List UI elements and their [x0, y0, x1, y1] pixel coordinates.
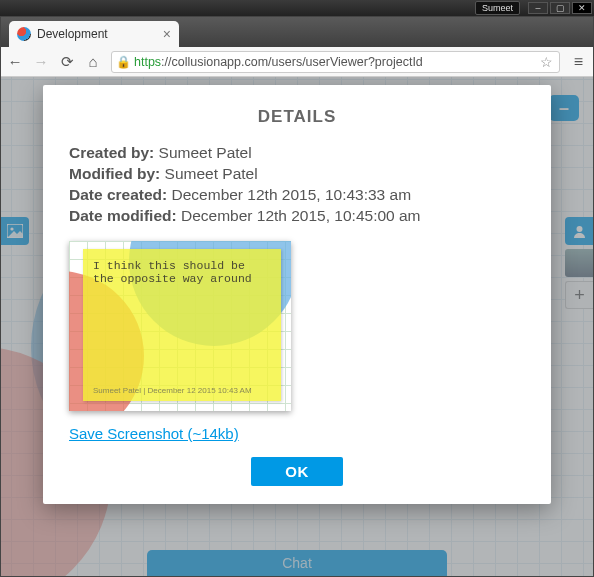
modified-by-line: Modified by: Sumeet Patel — [69, 164, 525, 185]
sticky-note-signature: Sumeet Patel | December 12 2015 10:43 AM — [93, 386, 252, 395]
browser-window: Development × ← → ⟳ ⌂ 🔒 https://collusio… — [0, 16, 594, 577]
save-screenshot-link[interactable]: Save Screenshot (~14kb) — [69, 425, 239, 442]
tab-close-icon[interactable]: × — [163, 26, 171, 42]
url-scheme: https — [134, 55, 161, 69]
os-titlebar: Sumeet – ▢ ✕ — [0, 0, 594, 16]
date-created-value: December 12th 2015, 10:43:33 am — [172, 186, 412, 203]
sticky-note: I think this should be the opposite way … — [83, 249, 281, 401]
date-modified-value: December 12th 2015, 10:45:00 am — [181, 207, 421, 224]
screenshot-canvas: I think this should be the opposite way … — [69, 241, 291, 411]
tab-strip: Development × — [1, 17, 593, 47]
favicon-icon — [17, 27, 31, 41]
browser-menu-icon[interactable]: ≡ — [570, 53, 587, 71]
details-modal: DETAILS Created by: Sumeet Patel Modifie… — [43, 85, 551, 504]
date-created-line: Date created: December 12th 2015, 10:43:… — [69, 185, 525, 206]
modal-title: DETAILS — [69, 107, 525, 127]
date-modified-line: Date modified: December 12th 2015, 10:45… — [69, 206, 525, 227]
created-by-label: Created by: — [69, 144, 154, 161]
date-modified-label: Date modified: — [69, 207, 177, 224]
window-minimize-button[interactable]: – — [528, 2, 548, 14]
bookmark-star-icon[interactable]: ☆ — [534, 54, 559, 70]
address-bar[interactable]: 🔒 https://collusionapp.com/users/userVie… — [111, 51, 560, 73]
reload-icon[interactable]: ⟳ — [59, 53, 75, 71]
date-created-label: Date created: — [69, 186, 167, 203]
back-icon[interactable]: ← — [7, 53, 23, 70]
os-user-badge: Sumeet — [475, 1, 520, 15]
browser-toolbar: ← → ⟳ ⌂ 🔒 https://collusionapp.com/users… — [1, 47, 593, 77]
forward-icon: → — [33, 53, 49, 70]
window-close-button[interactable]: ✕ — [572, 2, 592, 14]
screenshot-thumbnail: I think this should be the opposite way … — [69, 241, 291, 411]
created-by-value: Sumeet Patel — [159, 144, 252, 161]
created-by-line: Created by: Sumeet Patel — [69, 143, 525, 164]
tab-title: Development — [37, 27, 108, 41]
lock-icon: 🔒 — [112, 55, 134, 69]
sticky-note-text: I think this should be the opposite way … — [93, 259, 252, 285]
window-maximize-button[interactable]: ▢ — [550, 2, 570, 14]
modified-by-value: Sumeet Patel — [165, 165, 258, 182]
modified-by-label: Modified by: — [69, 165, 160, 182]
page-viewport: + – Chat DETAILS Created by: Sumeet Pate… — [1, 77, 593, 576]
url-rest: ://collusionapp.com/users/userViewer?pro… — [161, 55, 423, 69]
browser-tab[interactable]: Development × — [9, 21, 179, 47]
home-icon[interactable]: ⌂ — [85, 53, 101, 70]
ok-button[interactable]: OK — [251, 457, 343, 486]
